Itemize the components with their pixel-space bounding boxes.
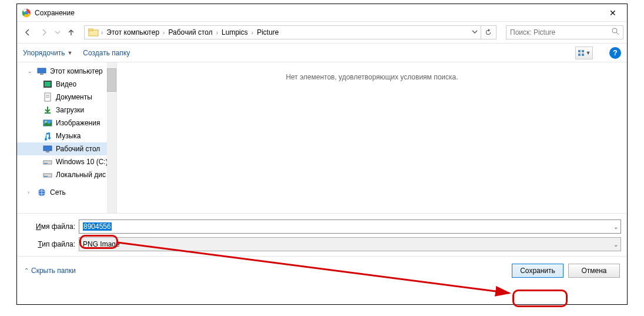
- new-folder-button[interactable]: Создать папку: [83, 49, 130, 57]
- svg-rect-22: [43, 161, 52, 164]
- organize-menu[interactable]: Упорядочить ▼: [23, 49, 72, 57]
- organize-label: Упорядочить: [23, 49, 65, 57]
- refresh-button[interactable]: [481, 25, 495, 39]
- app-icon: [22, 8, 31, 18]
- svg-rect-11: [40, 74, 43, 75]
- network-icon: [37, 188, 46, 197]
- tree-item-drive-c[interactable]: Windows 10 (C:): [17, 155, 116, 168]
- download-icon: [43, 105, 52, 115]
- svg-rect-9: [582, 54, 584, 56]
- history-dropdown[interactable]: [469, 28, 481, 36]
- forward-button[interactable]: [37, 25, 51, 39]
- tree-item-documents[interactable]: Документы: [17, 91, 116, 104]
- filename-input[interactable]: 8904556: [83, 222, 112, 231]
- view-options-button[interactable]: ▼: [575, 46, 593, 59]
- help-button[interactable]: ?: [609, 47, 621, 59]
- cancel-button[interactable]: Отмена: [568, 264, 620, 278]
- tree-item-this-pc[interactable]: ⌄ Этот компьютер: [17, 65, 116, 78]
- breadcrumb-item[interactable]: Рабочий стол: [165, 28, 216, 36]
- computer-icon: [37, 66, 46, 76]
- tree-item-drive-local[interactable]: Локальный дис: [17, 168, 116, 181]
- tree-label: Изображения: [56, 119, 100, 127]
- expand-icon[interactable]: ⌄: [28, 68, 33, 74]
- tree-label: Видео: [56, 80, 76, 88]
- new-folder-label: Создать папку: [83, 49, 130, 57]
- hide-folders-toggle[interactable]: ⌃ Скрыть папки: [24, 267, 76, 275]
- svg-rect-24: [43, 174, 52, 177]
- chevron-down-icon: ▼: [67, 50, 72, 56]
- window-title: Сохранение: [35, 9, 603, 17]
- picture-icon: [43, 118, 52, 128]
- recent-dropdown[interactable]: [53, 25, 62, 39]
- search-icon[interactable]: [612, 28, 619, 37]
- svg-rect-6: [578, 50, 581, 52]
- tree-item-pictures[interactable]: Изображения: [17, 117, 116, 129]
- folder-icon: [88, 27, 99, 38]
- drive-icon: [43, 170, 52, 179]
- tree-item-music[interactable]: Музыка: [17, 129, 116, 142]
- tree-label: Музыка: [56, 132, 80, 140]
- filetype-dropdown[interactable]: ⌄: [613, 241, 618, 248]
- drive-icon: [43, 157, 52, 167]
- filename-input-wrap[interactable]: 8904556 ⌄: [79, 219, 621, 234]
- sidebar-scrollbar[interactable]: [107, 62, 116, 213]
- video-icon: [43, 79, 52, 89]
- expand-icon[interactable]: ›: [28, 189, 33, 195]
- desktop-icon: [43, 144, 52, 154]
- tree-item-desktop[interactable]: Рабочий стол: [17, 142, 116, 155]
- tree-label: Загрузки: [56, 106, 84, 114]
- search-input[interactable]: [510, 28, 612, 36]
- breadcrumb-item[interactable]: Picture: [253, 28, 282, 36]
- tree-label: Локальный дис: [56, 171, 106, 179]
- breadcrumb[interactable]: › Этот компьютер › Рабочий стол › Lumpic…: [84, 25, 497, 39]
- tree-label: Windows 10 (C:): [56, 158, 108, 166]
- filename-history-dropdown[interactable]: ⌄: [613, 224, 618, 230]
- chevron-down-icon: ▼: [586, 50, 591, 56]
- close-button[interactable]: ✕: [603, 8, 622, 18]
- chevron-up-icon: ⌃: [24, 267, 29, 274]
- document-icon: [43, 92, 52, 102]
- tree-label: Сеть: [50, 188, 66, 197]
- tree-item-videos[interactable]: Видео: [17, 78, 116, 91]
- breadcrumb-item[interactable]: Lumpics: [218, 28, 251, 36]
- scrollbar-thumb[interactable]: [107, 68, 116, 92]
- filetype-value: PNG Image: [83, 240, 120, 248]
- tree-item-downloads[interactable]: Загрузки: [17, 104, 116, 117]
- svg-rect-3: [89, 29, 93, 31]
- tree-label: Этот компьютер: [50, 67, 103, 75]
- empty-message: Нет элементов, удовлетворяющих условиям …: [286, 73, 458, 213]
- hide-folders-label: Скрыть папки: [31, 267, 76, 275]
- tree-label: Документы: [56, 93, 92, 101]
- filetype-label: Тип файла:: [23, 240, 79, 248]
- back-button[interactable]: [21, 25, 35, 39]
- navigation-tree[interactable]: ⌄ Этот компьютер Видео Документы Загрузк…: [17, 62, 117, 213]
- svg-rect-8: [578, 54, 581, 56]
- svg-rect-13: [45, 82, 51, 87]
- tree-item-network[interactable]: › Сеть: [17, 186, 116, 199]
- filetype-combo[interactable]: PNG Image ⌄: [79, 237, 621, 251]
- svg-rect-21: [46, 151, 49, 152]
- search-input-container[interactable]: [506, 25, 623, 39]
- filename-label: Имя файла:: [23, 222, 79, 231]
- up-button[interactable]: [64, 25, 78, 39]
- svg-point-4: [612, 28, 617, 33]
- svg-rect-20: [43, 146, 52, 151]
- svg-rect-23: [44, 163, 48, 164]
- breadcrumb-item[interactable]: Этот компьютер: [103, 28, 163, 36]
- music-icon: [43, 131, 52, 141]
- file-list-area: Нет элементов, удовлетворяющих условиям …: [117, 62, 627, 213]
- svg-rect-25: [44, 176, 48, 177]
- save-button[interactable]: Сохранить: [512, 264, 564, 278]
- svg-rect-7: [582, 50, 584, 52]
- tree-label: Рабочий стол: [56, 145, 100, 153]
- svg-rect-10: [38, 68, 46, 73]
- svg-line-5: [616, 32, 619, 35]
